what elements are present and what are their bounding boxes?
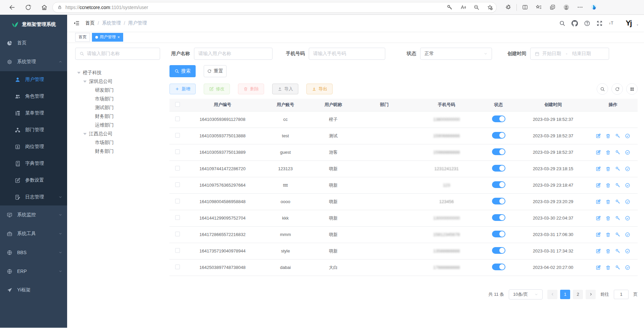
reset-password-action-icon[interactable] [615, 183, 621, 188]
edit-action-icon[interactable] [596, 133, 601, 139]
tree-node-深圳总公司[interactable]: 深圳总公司 [75, 77, 160, 86]
more-icon[interactable] [577, 4, 583, 10]
sidebar-item-岗位管理[interactable]: 岗位管理 [0, 138, 67, 155]
row-checkbox[interactable] [175, 232, 180, 236]
close-icon[interactable]: × [117, 35, 120, 39]
next-page-button[interactable] [586, 290, 596, 299]
tree-node-市场部门[interactable]: 市场部门 [75, 138, 160, 147]
font-size-icon[interactable]: TT [609, 20, 615, 27]
url-text[interactable]: https://ccnetcore.com:1101/system/user [65, 5, 439, 10]
row-checkbox[interactable] [175, 133, 180, 138]
row-checkbox[interactable] [175, 149, 180, 154]
edit-action-icon[interactable] [596, 248, 601, 254]
profile-icon[interactable] [563, 4, 569, 10]
row-checkbox[interactable] [175, 182, 180, 187]
sidebar-item-BBS[interactable]: BBS [0, 243, 67, 262]
status-toggle[interactable] [492, 264, 505, 270]
row-checkbox[interactable] [175, 248, 180, 253]
sidebar-item-ERP[interactable]: ERP [0, 262, 67, 281]
reset-password-action-icon[interactable] [615, 248, 621, 254]
dept-search-input[interactable]: 请输入部门名称 [75, 48, 160, 60]
assign-role-action-icon[interactable] [625, 183, 630, 188]
delete-action-icon[interactable] [605, 166, 611, 172]
delete-action-icon[interactable] [605, 232, 611, 237]
tree-node-财务部门[interactable]: 财务部门 [75, 112, 160, 121]
edit-action-icon[interactable] [596, 150, 601, 155]
delete-action-icon[interactable] [605, 216, 611, 221]
reset-password-action-icon[interactable] [615, 133, 621, 139]
sidebar-fold-icon[interactable] [73, 20, 80, 27]
toolbar-导出-button[interactable]: 导出 [306, 84, 333, 94]
toolbar-新增-button[interactable]: 新增 [169, 84, 196, 94]
split-screen-icon[interactable] [522, 4, 528, 10]
assign-role-action-icon[interactable] [625, 216, 630, 221]
tree-node-研发部门[interactable]: 研发部门 [75, 86, 160, 95]
sidebar-item-菜单管理[interactable]: 菜单管理 [0, 105, 67, 122]
tree-node-市场部门[interactable]: 市场部门 [75, 95, 160, 103]
browser-reload-icon[interactable] [25, 4, 32, 11]
edit-action-icon[interactable] [596, 265, 601, 270]
sidebar-item-系统管理[interactable]: 系统管理 [0, 52, 67, 71]
tab-首页[interactable]: 首页 [75, 33, 90, 42]
page-button-2[interactable]: 2 [573, 290, 583, 299]
status-toggle[interactable] [492, 115, 505, 122]
read-aloud-icon[interactable] [460, 4, 466, 10]
row-checkbox[interactable] [175, 166, 180, 171]
assign-role-action-icon[interactable] [625, 199, 630, 204]
reset-password-action-icon[interactable] [615, 216, 621, 221]
copilot-icon[interactable] [591, 4, 597, 10]
select-all-checkbox[interactable] [175, 102, 180, 107]
tree-node-财务部门[interactable]: 财务部门 [75, 147, 160, 156]
delete-action-icon[interactable] [605, 248, 611, 254]
assign-role-action-icon[interactable] [625, 265, 630, 270]
assign-role-action-icon[interactable] [625, 166, 630, 172]
browser-back-icon[interactable] [9, 4, 15, 11]
zoom-out-icon[interactable] [474, 4, 480, 10]
status-toggle[interactable] [492, 231, 505, 237]
favorite-add-icon[interactable] [487, 4, 493, 10]
status-toggle[interactable] [492, 214, 505, 221]
tree-node-橙子科技[interactable]: 橙子科技 [75, 68, 160, 77]
tree-node-江西总公司[interactable]: 江西总公司 [75, 130, 160, 138]
date-range-picker[interactable]: 开始日期 - 结束日期 [530, 48, 609, 60]
breadcrumb-item[interactable]: 首页 [85, 20, 95, 26]
status-toggle[interactable] [492, 198, 505, 204]
search-button[interactable]: 搜索 [169, 65, 196, 77]
tab-用户管理[interactable]: 用户管理× [92, 33, 123, 42]
collections-icon[interactable] [549, 4, 556, 10]
view-search-button[interactable] [597, 83, 608, 95]
browser-home-icon[interactable] [41, 4, 48, 11]
sidebar-item-部门管理[interactable]: 部门管理 [0, 122, 67, 138]
reset-button[interactable]: 重置 [204, 65, 227, 77]
edit-action-icon[interactable] [596, 183, 601, 188]
search-icon[interactable] [559, 20, 565, 27]
assign-role-action-icon[interactable] [625, 150, 630, 155]
view-refresh-button[interactable] [611, 83, 623, 95]
tree-expand-caret[interactable] [77, 72, 81, 76]
chevron-down-icon[interactable] [636, 23, 639, 27]
sidebar-item-参数设置[interactable]: 参数设置 [0, 172, 67, 189]
row-checkbox[interactable] [175, 215, 180, 220]
row-checkbox[interactable] [175, 265, 180, 269]
sidebar-item-Yi框架[interactable]: Yi框架 [0, 281, 67, 299]
key-icon[interactable] [447, 4, 453, 10]
status-toggle[interactable] [492, 247, 505, 254]
essentials-icon[interactable] [505, 4, 511, 10]
tree-expand-caret[interactable] [83, 81, 87, 84]
phone-input[interactable]: 请输入手机号码 [309, 48, 385, 60]
delete-action-icon[interactable] [605, 150, 611, 155]
assign-role-action-icon[interactable] [625, 232, 630, 237]
page-button-1[interactable]: 1 [560, 290, 570, 299]
tree-node-测试部门[interactable]: 测试部门 [75, 103, 160, 112]
sidebar-item-用户管理[interactable]: 用户管理 [0, 71, 67, 88]
fullscreen-icon[interactable] [596, 20, 603, 27]
edit-action-icon[interactable] [596, 166, 601, 172]
status-select[interactable]: 正常 [420, 48, 492, 60]
view-grid-button[interactable] [626, 83, 638, 95]
row-checkbox[interactable] [175, 199, 180, 203]
prev-page-button[interactable] [547, 290, 557, 299]
status-toggle[interactable] [492, 148, 505, 155]
reset-password-action-icon[interactable] [615, 232, 621, 237]
user-avatar[interactable]: Yj [623, 17, 634, 29]
reset-password-action-icon[interactable] [615, 150, 621, 155]
